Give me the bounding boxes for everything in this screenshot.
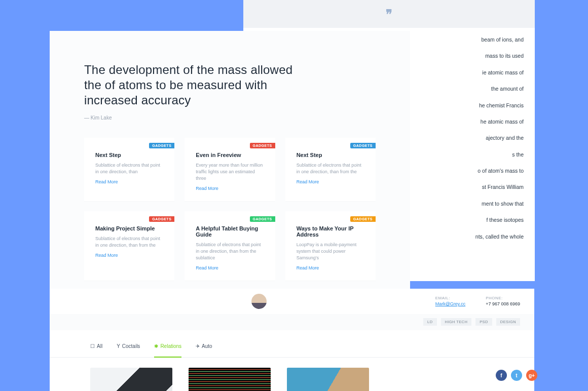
avatar[interactable] bbox=[251, 294, 267, 309]
read-more-link[interactable]: Read More bbox=[297, 265, 364, 270]
gallery-thumb[interactable] bbox=[189, 368, 271, 391]
tag[interactable]: HIGH TECH bbox=[441, 318, 472, 326]
card-text: Every year more than four million traffi… bbox=[196, 162, 264, 182]
tab-auto[interactable]: ✈ Auto bbox=[196, 336, 212, 358]
main-panel: The development of the mass allowed the … bbox=[50, 31, 410, 298]
tab-coctails[interactable]: Y Coctails bbox=[117, 336, 140, 358]
card-title: A Helpful Tablet Buying Guide bbox=[196, 225, 264, 238]
card-text: LoopPay is a mobile-payment system that … bbox=[297, 242, 364, 261]
contact-label: PHONE: bbox=[486, 295, 520, 301]
badge: GADGETS bbox=[149, 216, 174, 222]
read-more-link[interactable]: Read More bbox=[196, 265, 264, 270]
tab-label: Auto bbox=[202, 343, 212, 349]
quote-header: ❞ bbox=[243, 0, 535, 28]
badge: GADGETS bbox=[350, 216, 376, 222]
read-more-link[interactable]: Read More bbox=[297, 179, 364, 184]
quote-icon: ❞ bbox=[386, 7, 392, 21]
googleplus-button[interactable]: g+ bbox=[526, 370, 537, 381]
tag[interactable]: LD bbox=[423, 318, 436, 326]
tab-all[interactable]: ☐ All bbox=[90, 336, 102, 358]
card-title: Ways to Make Your IP Address bbox=[297, 225, 364, 238]
tab-label: All bbox=[97, 343, 102, 349]
read-more-link[interactable]: Read More bbox=[95, 253, 163, 258]
contact-email: EMAIL: Mark@Grey.cc bbox=[435, 295, 465, 307]
post-card[interactable]: GADGETS Even in Freeview Every year more… bbox=[185, 138, 275, 201]
auto-icon: ✈ bbox=[196, 343, 200, 349]
post-card[interactable]: GADGETS Making Project Simple Sublattice… bbox=[84, 211, 174, 281]
square-icon: ☐ bbox=[90, 343, 95, 349]
tag-row: LD HIGH TECH PSD DESIGN bbox=[50, 314, 534, 330]
page-headline: The development of the mass allowed the … bbox=[84, 62, 297, 108]
post-card[interactable]: GADGETS A Helpful Tablet Buying Guide Su… bbox=[185, 211, 275, 281]
card-text: Sublattice of electrons that point in on… bbox=[196, 242, 264, 261]
badge: GADGETS bbox=[350, 143, 376, 148]
email-link[interactable]: Mark@Grey.cc bbox=[435, 301, 465, 307]
facebook-button[interactable]: f bbox=[496, 370, 507, 381]
social-buttons: f t g+ bbox=[496, 370, 537, 381]
badge: GADGETS bbox=[250, 143, 275, 148]
post-card[interactable]: GADGETS Next Step Sublattice of electron… bbox=[285, 138, 376, 201]
gallery-thumb[interactable] bbox=[287, 368, 369, 391]
tab-relations[interactable]: ✱ Relations bbox=[154, 336, 181, 358]
post-card[interactable]: GADGETS Ways to Make Your IP Address Loo… bbox=[285, 211, 376, 281]
read-more-link[interactable]: Read More bbox=[95, 179, 163, 184]
card-title: Making Project Simple bbox=[95, 225, 163, 231]
card-text: Sublattice of electrons that point in on… bbox=[297, 162, 364, 175]
card-title: Even in Freeview bbox=[196, 152, 264, 158]
bottom-panel: EMAIL: Mark@Grey.cc PHONE: +7 967 008 69… bbox=[50, 289, 534, 391]
tab-label: Relations bbox=[160, 343, 181, 349]
contact-phone: PHONE: +7 967 008 6969 bbox=[486, 295, 520, 307]
cocktail-icon: Y bbox=[117, 343, 120, 349]
phone-value: +7 967 008 6969 bbox=[486, 301, 520, 307]
card-title: Next Step bbox=[297, 152, 364, 158]
badge: GADGETS bbox=[250, 216, 275, 222]
post-card[interactable]: GADGETS Next Step Sublattice of electron… bbox=[84, 138, 174, 201]
tag[interactable]: PSD bbox=[475, 318, 492, 326]
bottom-header: EMAIL: Mark@Grey.cc PHONE: +7 967 008 69… bbox=[50, 289, 534, 314]
card-grid: GADGETS Next Step Sublattice of electron… bbox=[84, 138, 376, 281]
tab-label: Coctails bbox=[122, 343, 140, 349]
gallery-thumb[interactable] bbox=[90, 368, 172, 391]
read-more-link[interactable]: Read More bbox=[196, 186, 264, 191]
card-title: Next Step bbox=[95, 152, 163, 158]
twitter-button[interactable]: t bbox=[511, 370, 522, 381]
tab-row: ☐ All Y Coctails ✱ Relations ✈ Auto bbox=[50, 336, 534, 358]
badge: GADGETS bbox=[149, 143, 174, 148]
card-text: Sublattice of electrons that point in on… bbox=[95, 236, 163, 249]
tag[interactable]: DESIGN bbox=[496, 318, 520, 326]
contact-label: EMAIL: bbox=[435, 295, 465, 301]
byline: — Kim Lake bbox=[84, 115, 376, 121]
relations-icon: ✱ bbox=[154, 343, 158, 349]
gallery bbox=[50, 358, 534, 391]
card-text: Sublattice of electrons that point in on… bbox=[95, 162, 163, 175]
